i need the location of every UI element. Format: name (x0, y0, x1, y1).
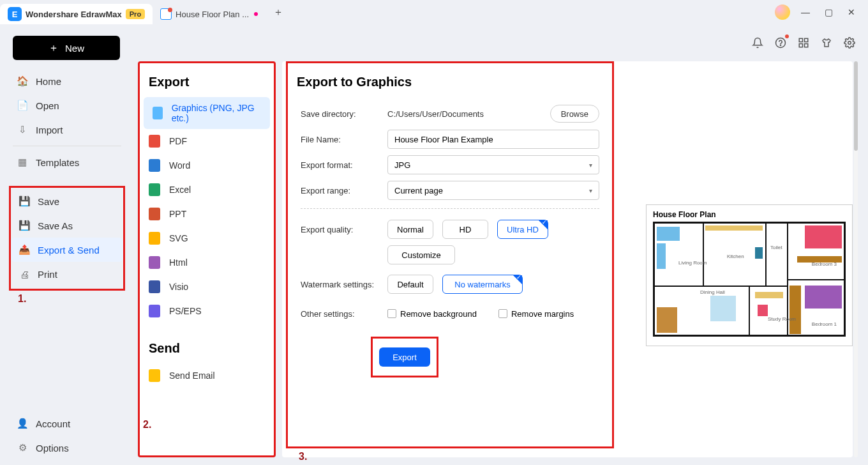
format-html[interactable]: Html (140, 250, 274, 275)
file-name-label: File Name: (301, 135, 381, 144)
file-name-input[interactable] (387, 130, 599, 149)
format-excel[interactable]: Excel (140, 178, 274, 202)
format-excel-label: Excel (169, 185, 191, 195)
folder-icon: 📄 (17, 100, 28, 111)
app-tab[interactable]: E Wondershare EdrawMax Pro (0, 4, 153, 24)
format-svg[interactable]: SVG (140, 226, 274, 250)
close-button[interactable]: ✕ (844, 4, 859, 20)
format-pdf-label: PDF (169, 136, 187, 146)
format-label: Export format: (301, 160, 381, 170)
format-visio[interactable]: Visio (140, 275, 274, 299)
room-bed3: Bedroom 3 (812, 261, 837, 267)
ps-icon (149, 305, 160, 317)
format-html-label: Html (169, 257, 188, 268)
nav-export-send-label: Export & Send (38, 245, 100, 255)
nav-options[interactable]: ⚙Options (9, 436, 125, 460)
form-title: Export to Graphics (288, 63, 612, 101)
export-format-panel: Export Graphics (PNG, JPG etc.) PDF Word… (138, 61, 276, 457)
nav-import[interactable]: ⇩Import (9, 118, 125, 142)
bell-icon[interactable] (751, 36, 765, 50)
watermark-label: Watermark settings: (301, 280, 381, 289)
format-ppt[interactable]: PPT (140, 202, 274, 226)
nav-open[interactable]: 📄Open (9, 93, 125, 118)
new-tab-button[interactable]: ＋ (269, 3, 287, 21)
format-ppt-label: PPT (169, 209, 186, 219)
nav-open-label: Open (36, 100, 59, 111)
document-tab[interactable]: House Floor Plan ... (153, 4, 266, 24)
mail-icon (149, 369, 160, 382)
minimize-button[interactable]: — (798, 4, 813, 20)
format-visio-label: Visio (169, 282, 188, 292)
print-icon: 🖨 (19, 268, 30, 280)
scrollbar[interactable] (854, 61, 858, 457)
export-title: Export (140, 72, 274, 97)
format-pseps[interactable]: PS/EPS (140, 299, 274, 323)
html-icon (149, 256, 160, 269)
send-title: Send (140, 339, 274, 363)
nav-home[interactable]: 🏠Home (9, 69, 125, 93)
nav-print-label: Print (38, 269, 57, 280)
app-tab-label: Wondershare EdrawMax (26, 10, 122, 19)
floor-plan-preview: Living Room Kitchen Toilet Dining Hall S… (653, 222, 846, 337)
remove-margins-check[interactable]: Remove margins (498, 309, 574, 319)
format-select-value: JPG (394, 160, 410, 170)
svg-point-1 (780, 45, 781, 45)
new-button[interactable]: ＋ New (13, 36, 120, 60)
format-word[interactable]: Word (140, 153, 274, 178)
ppt-icon (149, 208, 160, 220)
quality-hd[interactable]: HD (442, 220, 488, 239)
room-living: Living Room (678, 260, 707, 266)
preview-title: House Floor Plan (653, 210, 846, 219)
quality-ultra-hd[interactable]: Ultra HD (497, 220, 548, 239)
browse-button[interactable]: Browse (550, 105, 599, 123)
scrollbar-thumb[interactable] (854, 61, 858, 151)
format-graphics-label: Graphics (PNG, JPG etc.) (172, 103, 261, 123)
nav-templates[interactable]: ▦Templates (9, 150, 125, 174)
excel-icon (149, 183, 160, 196)
nav-account[interactable]: 👤Account (9, 411, 125, 436)
annotation-3: 3. (299, 451, 307, 462)
remove-bg-label: Remove background (400, 309, 477, 319)
nav-print[interactable]: 🖨Print (11, 262, 123, 286)
svg-icon (149, 232, 160, 245)
account-icon: 👤 (17, 418, 28, 429)
nav-save-label: Save (38, 196, 59, 207)
format-select[interactable]: JPG▾ (387, 155, 599, 174)
svg-rect-3 (805, 38, 808, 42)
shirt-icon[interactable] (819, 36, 834, 50)
watermark-none[interactable]: No watermarks (442, 275, 523, 294)
nav-home-label: Home (36, 76, 61, 87)
maximize-button[interactable]: ▢ (821, 4, 836, 20)
format-pseps-label: PS/EPS (169, 306, 202, 316)
remove-bg-check[interactable]: Remove background (387, 309, 477, 319)
settings-icon[interactable] (842, 36, 857, 50)
highlight-export-button: Export (371, 337, 438, 377)
quality-normal[interactable]: Normal (387, 220, 433, 239)
format-pdf[interactable]: PDF (140, 129, 274, 153)
nav-save-as-label: Save As (38, 220, 73, 231)
import-icon: ⇩ (17, 124, 28, 135)
annotation-2: 2. (143, 419, 151, 431)
nav-save[interactable]: 💾Save (11, 189, 123, 213)
export-button[interactable]: Export (379, 347, 430, 367)
nav-import-label: Import (36, 125, 63, 135)
svg-rect-5 (805, 44, 808, 47)
user-avatar[interactable] (775, 4, 790, 20)
nav-save-as[interactable]: 💾Save As (11, 213, 123, 238)
save-as-icon: 💾 (19, 220, 30, 231)
send-email[interactable]: Send Email (140, 363, 274, 388)
caret-icon: ▾ (589, 162, 592, 169)
app-logo-icon: E (8, 7, 22, 21)
svg-point-0 (776, 38, 786, 48)
unsaved-dot-icon (254, 12, 258, 16)
help-icon[interactable] (774, 36, 788, 50)
export-main-panel: Export to Graphics Save directory: C:/Us… (282, 61, 853, 457)
customize-button[interactable]: Customize (387, 245, 455, 264)
format-graphics[interactable]: Graphics (PNG, JPG etc.) (144, 97, 270, 129)
save-icon: 💾 (19, 195, 30, 207)
apps-icon[interactable] (797, 36, 811, 50)
range-select[interactable]: Current page▾ (387, 181, 599, 200)
nav-export-send[interactable]: 📤Export & Send (11, 238, 123, 262)
room-bed1: Bedroom 1 (812, 321, 837, 327)
watermark-default[interactable]: Default (387, 275, 433, 294)
